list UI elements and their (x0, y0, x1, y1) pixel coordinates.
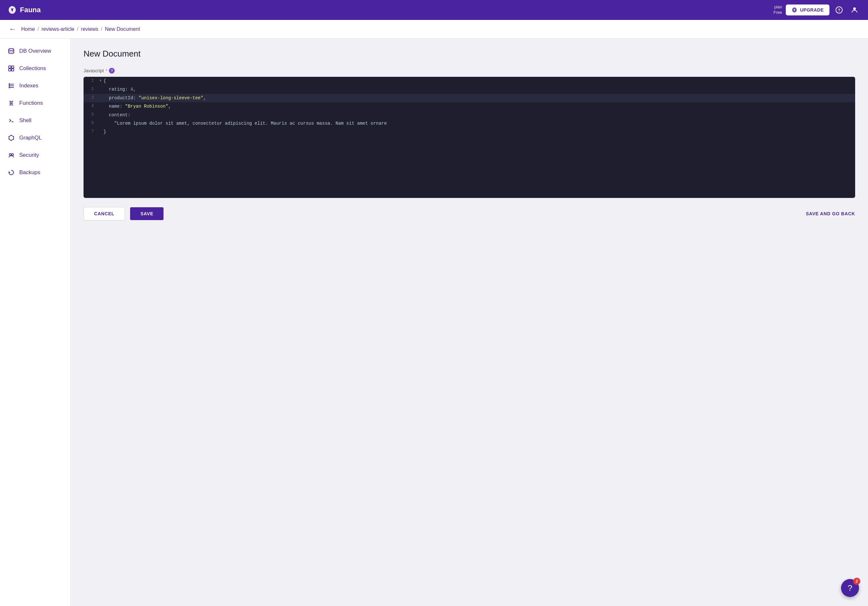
svg-rect-7 (12, 69, 14, 71)
account-icon (851, 6, 859, 14)
help-button[interactable]: ? (833, 4, 845, 16)
help-bubble[interactable]: 2 ? (841, 579, 859, 597)
svg-point-15 (13, 136, 14, 137)
code-line: 4 name: "Bryan Robinson", (84, 102, 855, 110)
code-line: 2 rating: 4, (84, 85, 855, 93)
save-and-go-back-button[interactable]: SAVE AND GO BACK (806, 211, 855, 216)
svg-point-18 (9, 139, 9, 140)
cancel-button[interactable]: CANCEL (84, 207, 125, 220)
breadcrumb-collection[interactable]: reviews (81, 26, 98, 32)
section-help-icon[interactable]: ? (109, 68, 115, 74)
sidebar-item-indexes-label: Indexes (19, 82, 39, 89)
required-star: * (106, 69, 107, 73)
code-line-empty (84, 183, 855, 190)
line-number: 1 (84, 77, 98, 85)
code-line-empty (84, 144, 855, 152)
section-label-text: Javascript (84, 68, 104, 73)
breadcrumb-sep-2: / (77, 26, 78, 32)
svg-rect-5 (12, 66, 14, 68)
breadcrumb-db[interactable]: reviews-article (42, 26, 74, 32)
line-content: rating: 4, (104, 85, 855, 93)
sidebar-item-security[interactable]: Security (0, 147, 70, 164)
top-navigation: Fauna plan Free UPGRADE ? (0, 0, 868, 20)
code-line-empty (84, 190, 855, 198)
line-content: name: "Bryan Robinson", (104, 102, 855, 110)
topnav-right: plan Free UPGRADE ? (773, 4, 860, 16)
svg-point-16 (13, 139, 14, 140)
svg-text:?: ? (838, 8, 840, 12)
sidebar-item-functions[interactable]: Functions (0, 95, 70, 112)
line-number: 6 (84, 119, 98, 127)
line-content: productId: "unisex-long-sleeve-tee", (104, 94, 855, 102)
line-content: } (104, 127, 855, 136)
graphql-icon (8, 134, 15, 141)
logo-area: Fauna (8, 5, 41, 14)
line-content: { (104, 77, 855, 85)
breadcrumb-current: New Document (105, 26, 140, 32)
save-button[interactable]: SAVE (130, 207, 164, 220)
line-number: 4 (84, 102, 98, 110)
shell-icon (8, 117, 15, 124)
svg-point-19 (9, 136, 9, 137)
functions-icon (8, 99, 15, 107)
code-editor[interactable]: 1▼{2 rating: 4,3 productId: "unisex-long… (84, 77, 855, 198)
back-button[interactable]: ← (9, 25, 16, 33)
plan-value: Free (773, 10, 782, 15)
line-arrow (98, 127, 104, 136)
sidebar-item-shell-label: Shell (19, 117, 31, 124)
line-arrow (98, 94, 104, 102)
breadcrumb-bar: ← Home / reviews-article / reviews / New… (0, 20, 868, 39)
sidebar-item-collections[interactable]: Collections (0, 60, 70, 77)
account-button[interactable] (849, 4, 860, 16)
line-arrow (98, 111, 104, 119)
code-line-empty (84, 167, 855, 175)
sidebar-item-backups[interactable]: Backups (0, 164, 70, 181)
fauna-logo-icon (8, 5, 17, 14)
code-line: 5 content: (84, 111, 855, 119)
breadcrumb: Home / reviews-article / reviews / New D… (21, 26, 140, 32)
svg-point-3 (9, 48, 14, 50)
sidebar-item-shell[interactable]: Shell (0, 112, 70, 129)
code-line: 6 "Lorem ipsum dolor sit amet, consectet… (84, 119, 855, 127)
sidebar-item-indexes[interactable]: Indexes (0, 77, 70, 95)
svg-rect-6 (9, 69, 11, 71)
indexes-icon (8, 82, 15, 89)
db-overview-icon (8, 48, 15, 54)
upgrade-button[interactable]: UPGRADE (786, 5, 829, 15)
code-line-empty (84, 160, 855, 167)
line-arrow (98, 119, 104, 127)
breadcrumb-home[interactable]: Home (21, 26, 35, 32)
help-icon: ? (835, 6, 843, 14)
code-line: 3 productId: "unisex-long-sleeve-tee", (84, 94, 855, 102)
plan-info: plan Free (773, 5, 782, 15)
content-area: New Document Javascript* ? 1▼{2 rating: … (71, 39, 868, 606)
line-number: 5 (84, 111, 98, 119)
svg-point-21 (12, 153, 14, 155)
code-line: 1▼{ (84, 77, 855, 85)
svg-rect-4 (9, 66, 11, 68)
collections-icon (8, 65, 15, 72)
breadcrumb-sep-3: / (101, 26, 102, 32)
line-arrow (98, 85, 104, 93)
sidebar-item-functions-label: Functions (19, 100, 43, 106)
sidebar-item-collections-label: Collections (19, 65, 46, 72)
line-arrow: ▼ (98, 77, 104, 85)
code-line-empty (84, 175, 855, 183)
upgrade-label: UPGRADE (800, 8, 824, 12)
line-number: 2 (84, 85, 98, 93)
sidebar-item-db-overview[interactable]: DB Overview (0, 42, 70, 60)
security-icon (8, 152, 15, 159)
line-arrow (98, 102, 104, 110)
help-bubble-icon: ? (848, 583, 852, 593)
buttons-row: CANCEL SAVE SAVE AND GO BACK (84, 207, 855, 220)
sidebar-item-graphql[interactable]: GraphQL (0, 129, 70, 147)
main-layout: DB Overview Collections (0, 39, 868, 606)
sidebar-item-graphql-label: GraphQL (19, 135, 42, 141)
back-arrow-icon: ← (9, 25, 16, 33)
code-line: 7} (84, 127, 855, 136)
code-line-empty (84, 152, 855, 160)
svg-point-17 (11, 140, 12, 141)
line-number: 3 (84, 94, 98, 102)
logo-text: Fauna (20, 6, 41, 14)
plan-label: plan (773, 5, 782, 10)
